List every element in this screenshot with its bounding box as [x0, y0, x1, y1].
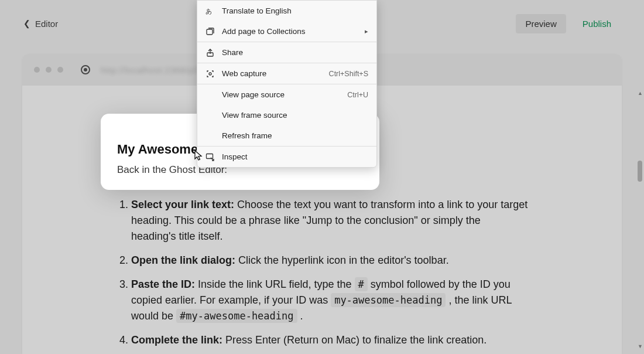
- traffic-dot: [34, 67, 40, 73]
- context-menu-item[interactable]: View page sourceCtrl+U: [197, 84, 376, 105]
- scroll-thumb[interactable]: [638, 161, 642, 182]
- chevron-left-icon: ❮: [23, 19, 30, 28]
- favicon-icon: [81, 65, 90, 74]
- context-menu-label: View page source: [222, 90, 285, 99]
- scrollbar[interactable]: ▲ ▼: [637, 86, 643, 354]
- list-item: Complete the link: Press Enter (Return o…: [131, 332, 528, 348]
- context-menu-item[interactable]: Refresh frame: [197, 125, 376, 146]
- preview-button[interactable]: Preview: [516, 14, 566, 33]
- context-menu-item[interactable]: Add page to Collections: [197, 21, 376, 42]
- svg-rect-1: [207, 29, 213, 35]
- context-menu-label: Share: [222, 48, 243, 57]
- back-to-editor[interactable]: ❮ Editor: [23, 19, 58, 29]
- translate-icon: あ: [205, 6, 215, 16]
- inspect-icon: [205, 152, 215, 162]
- traffic-dot: [46, 67, 52, 73]
- publish-button[interactable]: Publish: [573, 14, 621, 33]
- cursor-icon: [194, 150, 204, 162]
- context-menu-label: Web capture: [222, 69, 266, 78]
- context-menu-item[interactable]: View frame source: [197, 105, 376, 125]
- scroll-down-icon[interactable]: ▼: [638, 343, 643, 349]
- share-icon: [205, 48, 215, 57]
- context-menu-item[interactable]: Share: [197, 42, 376, 63]
- svg-point-3: [209, 73, 211, 75]
- context-menu-item[interactable]: Inspect: [197, 147, 376, 167]
- context-menu-label: Add page to Collections: [222, 27, 306, 36]
- app-root: ❮ Editor Preview Publish http://localhos…: [0, 0, 644, 354]
- list-item: Open the link dialog: Click the hyperlin…: [131, 253, 528, 268]
- context-menu-shortcut: Ctrl+Shift+S: [329, 70, 368, 78]
- collections-icon: [205, 27, 215, 36]
- back-label: Editor: [35, 19, 58, 29]
- svg-rect-4: [207, 154, 213, 158]
- instruction-list: Select your link text: Choose the text y…: [116, 197, 528, 348]
- traffic-dot: [57, 67, 63, 73]
- svg-text:あ: あ: [205, 8, 212, 15]
- code-anchor: #my-awesome-heading: [176, 309, 297, 323]
- context-menu-label: View frame source: [222, 111, 287, 120]
- context-menu-label: Refresh frame: [222, 131, 272, 140]
- context-menu-label: Inspect: [222, 152, 248, 161]
- scroll-up-icon[interactable]: ▲: [638, 90, 643, 96]
- context-menu: あTranslate to EnglishAdd page to Collect…: [197, 0, 377, 168]
- context-menu-item[interactable]: Web captureCtrl+Shift+S: [197, 63, 376, 84]
- code-id: my-awesome-heading: [331, 293, 446, 307]
- list-item: Paste the ID: Inside the link URL field,…: [131, 277, 528, 324]
- context-menu-shortcut: Ctrl+U: [347, 91, 368, 99]
- code-hash: #: [355, 277, 368, 291]
- context-menu-item[interactable]: あTranslate to English: [197, 1, 376, 21]
- capture-icon: [205, 69, 215, 79]
- context-menu-label: Translate to English: [222, 6, 292, 15]
- list-item: Select your link text: Choose the text y…: [131, 197, 528, 244]
